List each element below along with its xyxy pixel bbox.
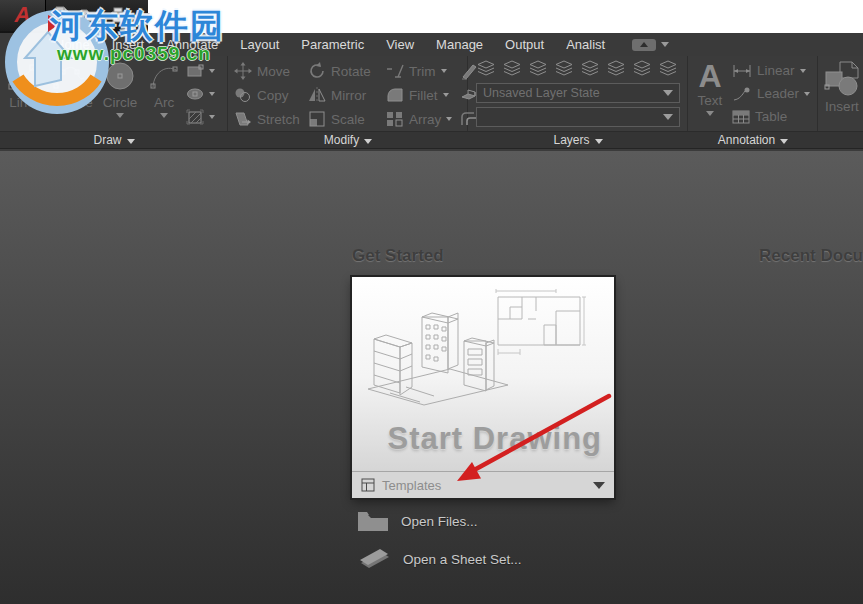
hatch-dropdown-caret-icon[interactable] — [209, 115, 215, 119]
application-menu-button[interactable]: A — [0, 0, 46, 31]
arc-dropdown-caret-icon[interactable] — [160, 113, 168, 118]
move-button[interactable]: Move — [234, 62, 308, 80]
layers-panel: Unsaved Layer State — [468, 56, 688, 131]
new-file-button[interactable] — [52, 5, 72, 25]
tab-insert[interactable]: Insert — [101, 33, 156, 56]
text-button[interactable]: A Text — [692, 59, 728, 129]
tab-view[interactable]: View — [375, 33, 425, 56]
open-sheet-set-item[interactable]: Open a Sheet Set... — [355, 547, 522, 571]
leader-dropdown-caret-icon[interactable] — [804, 92, 810, 96]
layer-unisolate-icon[interactable] — [554, 60, 574, 77]
arc-icon — [149, 59, 179, 95]
trim-dropdown-caret-icon[interactable] — [441, 69, 447, 73]
layer-on-icon[interactable] — [606, 60, 626, 77]
new-file-icon — [54, 6, 70, 24]
start-screen: Get Started Recent Docu — [0, 151, 863, 604]
polyline-button-label: Polyline — [45, 95, 92, 110]
array-button-label: Array — [409, 112, 441, 127]
annotation-panel: A Text Linear Leader — [688, 56, 818, 131]
autocad-logo-icon: A — [15, 2, 31, 27]
tab-home[interactable]: Home — [44, 33, 101, 56]
templates-caret-icon[interactable] — [593, 482, 605, 489]
qat-customize-button[interactable] — [136, 5, 156, 25]
trim-button[interactable]: Trim — [386, 63, 460, 79]
open-sheet-set-label: Open a Sheet Set... — [403, 552, 522, 567]
circle-button[interactable]: Circle — [98, 59, 142, 129]
scale-button[interactable]: Scale — [308, 111, 386, 127]
rotate-button[interactable]: Rotate — [308, 62, 386, 80]
fillet-dropdown-caret-icon[interactable] — [443, 93, 449, 97]
table-button[interactable]: Table — [732, 105, 816, 128]
line-icon — [7, 59, 37, 95]
layer-freeze-icon[interactable] — [580, 60, 600, 77]
leader-button[interactable]: Leader — [732, 82, 816, 105]
modify-panel-label-text: Modify — [324, 133, 359, 147]
ellipse-dropdown-caret-icon[interactable] — [209, 92, 215, 96]
quick-access-toolbar: A — [0, 0, 148, 33]
layer-isolate-icon[interactable] — [528, 60, 548, 77]
insert-panel: Insert — [818, 56, 863, 131]
draw-panel: Line Polyline Circle Arc — [0, 56, 228, 131]
array-dropdown-caret-icon[interactable] — [446, 117, 452, 121]
stretch-button-label: Stretch — [257, 112, 300, 127]
array-button[interactable]: Array — [386, 111, 460, 127]
line-button[interactable]: Line — [4, 59, 40, 129]
rectangle-dropdown-caret-icon[interactable] — [209, 69, 215, 73]
draw-panel-label-text: Draw — [93, 133, 121, 147]
table-button-label: Table — [755, 109, 787, 124]
hatch-button[interactable] — [186, 105, 226, 128]
open-files-label: Open Files... — [401, 514, 478, 529]
mirror-button[interactable]: Mirror — [308, 87, 386, 103]
modify-panel: Move Rotate Trim — [228, 56, 468, 131]
layer-lock-icon[interactable] — [632, 60, 652, 77]
fillet-button[interactable]: Fillet — [386, 87, 460, 103]
layers-panel-label[interactable]: Layers — [468, 132, 688, 150]
layer-state-combobox-caret-icon — [663, 90, 673, 96]
circle-button-label: Circle — [103, 95, 138, 110]
linear-dimension-button[interactable]: Linear — [732, 59, 816, 82]
layer-combobox-caret-icon — [663, 114, 673, 120]
linear-dropdown-caret-icon[interactable] — [800, 69, 806, 73]
layer-match-icon[interactable] — [658, 60, 678, 77]
tab-parametric[interactable]: Parametric — [290, 33, 375, 56]
layer-state-icon[interactable] — [502, 60, 522, 77]
text-dropdown-caret-icon[interactable] — [706, 111, 714, 116]
tab-layout[interactable]: Layout — [229, 33, 290, 56]
draw-panel-label[interactable]: Draw — [0, 132, 228, 150]
copy-button[interactable]: Copy — [234, 87, 308, 103]
open-file-button[interactable] — [80, 5, 100, 25]
open-files-item[interactable]: Open Files... — [357, 511, 478, 532]
ribbon-tab-bar: Home Insert Annotate Layout Parametric V… — [0, 33, 863, 56]
templates-dropdown[interactable]: Templates — [352, 471, 614, 498]
tab-output[interactable]: Output — [494, 33, 555, 56]
modify-panel-caret-icon — [364, 139, 372, 144]
chevron-down-icon — [142, 13, 150, 18]
tab-analist[interactable]: Analist — [555, 33, 616, 56]
start-drawing-illustration — [360, 283, 606, 423]
stretch-button[interactable]: Stretch — [234, 111, 308, 127]
circle-icon — [104, 59, 136, 95]
modify-panel-label[interactable]: Modify — [228, 132, 468, 150]
plot-button[interactable] — [108, 5, 128, 25]
annotation-panel-label-text: Annotation — [718, 133, 775, 147]
tab-manage[interactable]: Manage — [425, 33, 494, 56]
ribbon-minimize-caret-icon — [661, 42, 669, 47]
annotation-panel-label[interactable]: Annotation — [688, 132, 818, 150]
rotate-button-label: Rotate — [331, 64, 371, 79]
arc-button[interactable]: Arc — [144, 59, 184, 129]
insert-button-label: Insert — [825, 99, 859, 114]
layer-properties-icon[interactable] — [476, 60, 496, 77]
insert-block-button[interactable]: Insert — [822, 59, 862, 129]
copy-button-label: Copy — [257, 88, 289, 103]
start-drawing-card[interactable]: Start Drawing Templates — [352, 277, 614, 498]
layer-combobox[interactable] — [476, 107, 680, 127]
sheet-set-icon — [355, 547, 393, 571]
ribbon-minimize-button[interactable] — [632, 33, 669, 56]
leader-button-label: Leader — [757, 86, 799, 101]
layer-state-combobox[interactable]: Unsaved Layer State — [476, 83, 680, 103]
rectangle-button[interactable] — [186, 59, 226, 82]
tab-annotate[interactable]: Annotate — [155, 33, 229, 56]
circle-dropdown-caret-icon[interactable] — [116, 113, 124, 118]
ellipse-button[interactable] — [186, 82, 226, 105]
polyline-button[interactable]: Polyline — [40, 59, 98, 129]
